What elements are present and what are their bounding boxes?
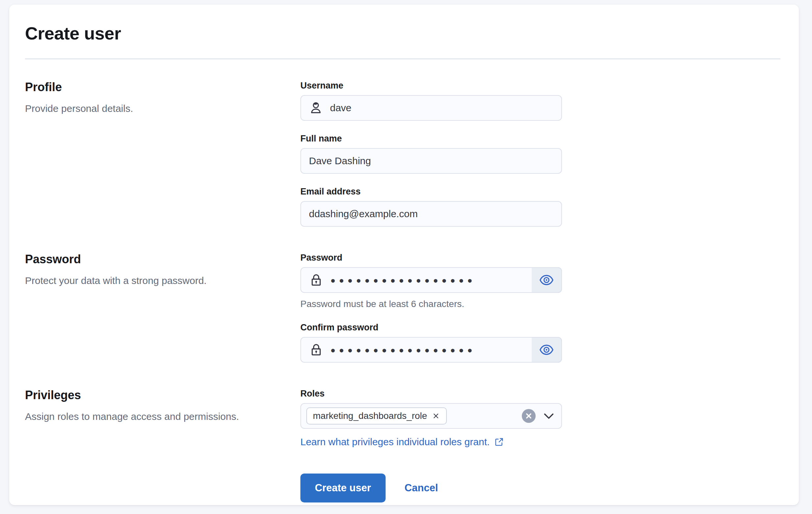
create-user-panel: Create user Profile Provide personal det… bbox=[9, 5, 799, 505]
password-description: Protect your data with a strong password… bbox=[25, 274, 281, 287]
clear-roles-button[interactable] bbox=[522, 409, 535, 423]
profile-section: Profile Provide personal details. Userna… bbox=[25, 80, 783, 227]
chevron-down-icon bbox=[543, 410, 555, 422]
lock-icon bbox=[309, 343, 323, 357]
privileges-section: Privileges Assign roles to manage access… bbox=[25, 388, 783, 448]
username-label: Username bbox=[300, 80, 562, 91]
confirm-password-label: Confirm password bbox=[300, 322, 562, 333]
password-input[interactable]: ••••••••••••••••• bbox=[300, 267, 562, 293]
role-pill-label: marketing_dashboards_role bbox=[313, 411, 427, 421]
role-pill: marketing_dashboards_role bbox=[306, 407, 447, 425]
create-user-button[interactable]: Create user bbox=[300, 474, 386, 503]
full-name-value: Dave Dashing bbox=[309, 155, 371, 167]
profile-description: Provide personal details. bbox=[25, 102, 281, 115]
roles-combobox[interactable]: marketing_dashboards_role bbox=[300, 403, 562, 429]
user-icon bbox=[309, 101, 323, 115]
roles-label: Roles bbox=[300, 388, 562, 399]
full-name-input[interactable]: Dave Dashing bbox=[300, 148, 562, 174]
username-value: dave bbox=[330, 102, 351, 114]
full-name-label: Full name bbox=[300, 133, 562, 144]
username-input[interactable]: dave bbox=[300, 95, 562, 121]
cancel-button[interactable]: Cancel bbox=[405, 482, 438, 494]
roles-help-link-text: Learn what privileges individual roles g… bbox=[300, 436, 490, 448]
password-visibility-toggle[interactable] bbox=[532, 267, 562, 293]
confirm-password-visibility-toggle[interactable] bbox=[532, 337, 562, 363]
email-input[interactable]: ddashing@example.com bbox=[300, 201, 562, 227]
password-hint: Password must be at least 6 characters. bbox=[300, 298, 562, 310]
x-icon bbox=[432, 412, 440, 420]
x-circle-icon bbox=[525, 412, 532, 420]
privileges-description: Assign roles to manage access and permis… bbox=[25, 410, 281, 423]
confirm-password-input[interactable]: ••••••••••••••••• bbox=[300, 337, 562, 363]
form-actions: Create user Cancel bbox=[300, 474, 783, 503]
password-heading: Password bbox=[25, 252, 281, 266]
profile-heading: Profile bbox=[25, 80, 281, 94]
title-divider bbox=[25, 59, 780, 59]
password-masked-value: ••••••••••••••••• bbox=[331, 274, 476, 287]
remove-role-button[interactable] bbox=[432, 412, 440, 420]
roles-help-link[interactable]: Learn what privileges individual roles g… bbox=[300, 436, 504, 448]
email-label: Email address bbox=[300, 186, 562, 197]
external-link-icon bbox=[494, 437, 504, 447]
email-value: ddashing@example.com bbox=[309, 208, 418, 220]
password-label: Password bbox=[300, 252, 562, 263]
password-section: Password Protect your data with a strong… bbox=[25, 252, 783, 363]
lock-icon bbox=[309, 273, 323, 287]
page-background: { "page": { "title": "Create user" }, "s… bbox=[0, 0, 812, 514]
eye-icon bbox=[539, 273, 554, 288]
privileges-heading: Privileges bbox=[25, 388, 281, 402]
page-title: Create user bbox=[25, 23, 783, 44]
eye-icon bbox=[539, 342, 554, 358]
roles-expand-button[interactable] bbox=[543, 410, 555, 422]
confirm-password-masked-value: ••••••••••••••••• bbox=[331, 344, 476, 357]
